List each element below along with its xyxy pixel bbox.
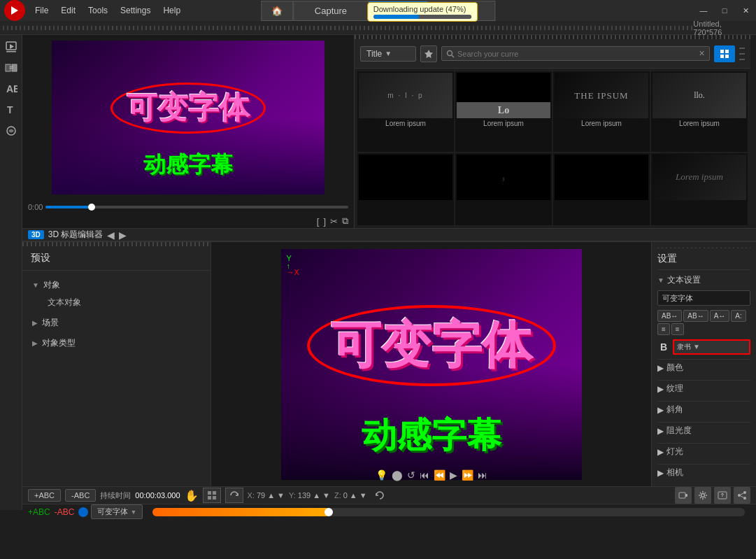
tab-capture[interactable]: Capture [293, 1, 369, 21]
effect-item[interactable] [357, 153, 454, 226]
font-btn-4[interactable]: A: [731, 310, 746, 322]
effect-item[interactable]: m · I · p Lorem ipsum [357, 71, 454, 152]
favorite-button[interactable] [420, 45, 437, 62]
font-btn-2[interactable]: AB↔ [683, 310, 708, 322]
effect-item[interactable]: THE IPSUM Lorem ipsum [553, 71, 650, 152]
hand-tool-icon[interactable]: ✋ [185, 489, 199, 502]
mark-out-icon[interactable]: ] [323, 216, 326, 227]
canvas-step-back-icon[interactable]: ⏪ [434, 469, 445, 481]
effect-item[interactable]: Lorem ipsum [651, 153, 748, 226]
scrollbar[interactable] [750, 35, 756, 228]
reset-icon[interactable] [371, 488, 388, 503]
close-button[interactable]: ✕ [735, 0, 756, 21]
search-input[interactable] [457, 50, 696, 58]
tree-child-text-object[interactable]: 文本对象 [28, 294, 205, 311]
mark-in-icon[interactable]: [ [317, 216, 320, 227]
x-down-icon[interactable]: ▼ [277, 491, 285, 500]
preset-header: 预设 [22, 246, 211, 271]
search-box[interactable]: ✕ [441, 46, 710, 61]
canvas-play-icon[interactable]: ▶ [450, 469, 457, 481]
maximize-button[interactable]: □ [714, 0, 735, 21]
font-btn-align-right[interactable]: ≡ [671, 323, 684, 335]
text-settings-group[interactable]: ▼ 文本设置 [657, 274, 750, 286]
add-text-button[interactable]: +ABC [28, 489, 61, 502]
menu-tools[interactable]: Tools [83, 3, 113, 18]
title-bar: File Edit Tools Settings Help 🏠 Capture … [0, 0, 756, 21]
font-select-bottom: 可变字体 ▼ [78, 504, 143, 519]
font-btn-1[interactable]: AB↔ [657, 310, 682, 322]
tree-parent-object[interactable]: ▼ 对象 [28, 276, 205, 294]
scrubber[interactable] [45, 206, 348, 208]
x-up-icon[interactable]: ▲ [267, 491, 275, 500]
icon-transition[interactable]: ⇌ [2, 59, 20, 77]
menu-help[interactable]: Help [157, 3, 186, 18]
nav-prev-icon[interactable]: ◀ [107, 229, 115, 241]
nav-next-icon[interactable]: ▶ [119, 229, 127, 241]
slider-control[interactable] [739, 45, 745, 62]
preview-video-bg: 可变字体 动感字幕 [52, 41, 324, 194]
remove-text-button[interactable]: -ABC [65, 489, 96, 502]
effect-label: Lorem ipsum [679, 118, 720, 129]
svg-rect-13 [720, 50, 724, 53]
opacity-label: 阻光度 [666, 425, 692, 437]
cut-icon[interactable]: ✂ [330, 216, 338, 227]
menu-edit[interactable]: Edit [55, 3, 81, 18]
copy-icon[interactable]: ⧉ [342, 215, 348, 227]
canvas-step-forward-icon[interactable]: ⏩ [462, 469, 473, 481]
canvas-prev-frame-icon[interactable]: ⏮ [420, 469, 429, 481]
font-name-select[interactable]: 隶书 ▼ [673, 339, 750, 355]
scrubber-thumb[interactable] [88, 204, 95, 211]
svg-rect-21 [679, 493, 685, 498]
editor-canvas: Y ↑ →X 可变字体 动感字幕 💡 ⬤ ↺ ⏮ [211, 242, 651, 486]
y-up-icon[interactable]: ▲ [313, 491, 320, 500]
abc-positive-label: +ABC [28, 507, 50, 517]
z-down-icon[interactable]: ▼ [359, 491, 367, 500]
icon-overlay[interactable] [2, 122, 20, 140]
minimize-button[interactable]: — [693, 0, 714, 21]
category-dropdown[interactable]: Title ▼ [360, 46, 416, 62]
effect-item[interactable]: llo. Lorem ipsum [651, 71, 748, 152]
tree-parent-type[interactable]: ▶ 对象类型 [28, 334, 205, 352]
settings-drag-handle [657, 248, 750, 248]
canvas-next-frame-icon[interactable]: ⏭ [478, 469, 487, 481]
font-select-dropdown[interactable]: 可变字体 ▼ [91, 504, 143, 519]
text-content-input[interactable] [657, 290, 750, 306]
canvas-circle-icon[interactable]: ⬤ [392, 469, 403, 481]
icon-media[interactable] [2, 38, 20, 56]
search-clear-icon[interactable]: ✕ [699, 49, 705, 58]
bevel-section[interactable]: ▶ 斜角 [657, 401, 750, 418]
icon-title[interactable]: T [2, 101, 20, 119]
svg-point-26 [743, 491, 746, 494]
y-down-icon[interactable]: ▼ [322, 491, 330, 500]
camera-section[interactable]: ▶ 相机 [657, 464, 750, 481]
effect-item[interactable]: Lo Lorem ipsum [455, 71, 552, 152]
font-btn-3[interactable]: A↔ [710, 310, 730, 322]
share2-icon[interactable] [734, 487, 750, 504]
texture-section[interactable]: ▶ 纹理 [657, 380, 750, 397]
canvas-rotate-icon[interactable]: ↺ [407, 469, 415, 481]
z-up-icon[interactable]: ▲ [350, 491, 357, 500]
timeline-progress-bar[interactable] [152, 508, 745, 516]
render-icon[interactable] [675, 487, 692, 504]
view-toggle-button[interactable] [714, 45, 735, 62]
group-arrow-icon: ▼ [657, 276, 664, 284]
opacity-section[interactable]: ▶ 阻光度 [657, 422, 750, 439]
grid-icon[interactable] [203, 488, 221, 503]
font-btn-align-left[interactable]: ≡ [657, 323, 670, 335]
tab-home[interactable]: 🏠 [261, 1, 293, 21]
effect-item[interactable]: ۉ [455, 153, 552, 226]
font-bold-button[interactable]: B [657, 340, 670, 354]
app-logo[interactable] [4, 0, 25, 21]
export-icon[interactable] [714, 487, 731, 504]
timeline-thumb[interactable] [324, 508, 333, 516]
effect-item[interactable] [553, 153, 650, 226]
menu-file[interactable]: File [29, 3, 54, 18]
refresh-icon[interactable] [225, 488, 243, 503]
tree-parent-scene[interactable]: ▶ 场景 [28, 314, 205, 332]
light-section[interactable]: ▶ 灯光 [657, 443, 750, 460]
canvas-light-icon[interactable]: 💡 [376, 469, 387, 481]
icon-text[interactable]: AB [2, 80, 20, 98]
settings2-icon[interactable] [694, 487, 711, 504]
menu-settings[interactable]: Settings [115, 3, 156, 18]
color-section[interactable]: ▶ 颜色 [657, 359, 750, 376]
